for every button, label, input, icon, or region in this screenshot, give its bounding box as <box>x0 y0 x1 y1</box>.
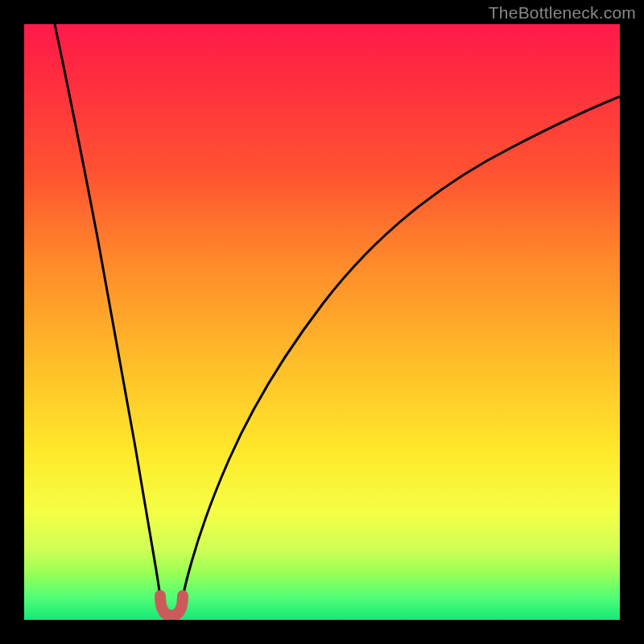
watermark-text: TheBottleneck.com <box>489 3 636 23</box>
chart-frame: TheBottleneck.com <box>0 0 644 644</box>
chart-background-gradient <box>24 24 620 620</box>
